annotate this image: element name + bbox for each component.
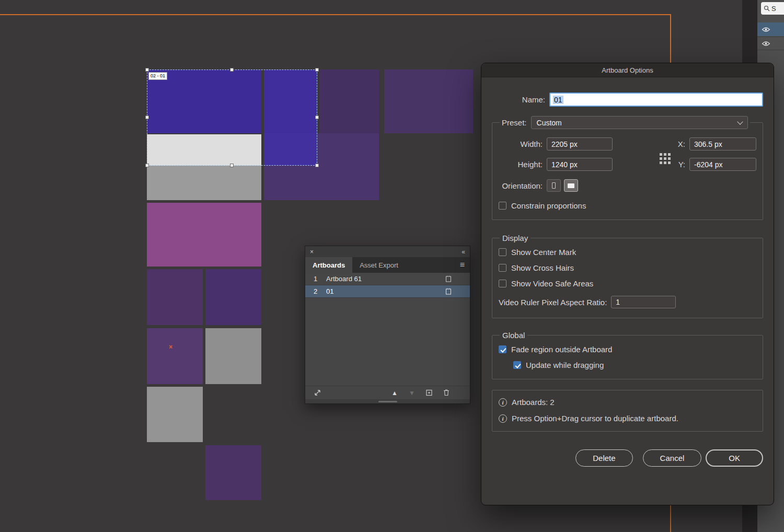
selection-handle[interactable]	[145, 68, 149, 72]
duplicate-hint-text: Press Option+Drag cursor to duplicate ar…	[512, 414, 678, 423]
dialog-title[interactable]: Artboard Options	[481, 63, 774, 77]
panel-menu-icon[interactable]: ≡	[460, 260, 470, 270]
artboards-panel: × « Artboards Asset Export ≡ 1 Artboard …	[305, 246, 470, 404]
new-artboard-icon[interactable]	[424, 389, 434, 397]
artboard-name[interactable]: 01	[326, 287, 445, 295]
selection-marquee[interactable]: 02 - 01	[147, 70, 317, 166]
height-label: Height:	[499, 160, 543, 169]
x-input[interactable]	[689, 137, 756, 151]
show-cross-hairs-checkbox[interactable]	[499, 264, 506, 272]
y-label: Y:	[672, 160, 685, 169]
artboard-index: 1	[305, 275, 326, 283]
reference-x-marker: ×	[169, 343, 172, 351]
artwork-tile[interactable]	[147, 328, 203, 384]
preset-value: Custom	[537, 119, 562, 127]
y-input[interactable]	[689, 158, 756, 171]
video-ruler-ratio-label: Video Ruler Pixel Aspect Ratio:	[499, 298, 607, 307]
artboard-row[interactable]: 2 01	[305, 285, 470, 298]
artboard-options-dialog: Artboard Options Name: 01 Preset: Custom	[481, 63, 774, 505]
artboard-name[interactable]: Artboard 61	[326, 275, 445, 283]
layer-row[interactable]	[757, 37, 784, 50]
search-input[interactable]: S	[761, 2, 784, 15]
orientation-landscape-button[interactable]	[564, 179, 578, 192]
artwork-tile[interactable]	[147, 387, 203, 442]
artboard-options-icon[interactable]	[445, 275, 452, 283]
info-icon	[499, 414, 507, 423]
preset-group: Preset: Custom Width: X: Height:	[492, 116, 763, 220]
reference-point-grid[interactable]	[660, 153, 671, 164]
visibility-eye-icon[interactable]	[762, 41, 770, 47]
panel-scrollbar[interactable]	[305, 399, 470, 403]
move-down-icon[interactable]: ▼	[407, 389, 417, 397]
tab-asset-export[interactable]: Asset Export	[352, 257, 406, 273]
ok-button[interactable]: OK	[706, 449, 763, 467]
delete-button[interactable]: Delete	[575, 449, 632, 467]
artboards-panel-footer: ▲ ▼	[305, 386, 470, 399]
selection-handle[interactable]	[315, 115, 319, 119]
selection-handle[interactable]	[315, 68, 319, 72]
delete-artboard-icon[interactable]	[442, 389, 451, 397]
show-video-safe-areas-checkbox[interactable]	[499, 280, 506, 287]
selection-handle[interactable]	[315, 164, 319, 167]
artboard-index: 2	[305, 287, 326, 295]
show-center-mark-label: Show Center Mark	[511, 248, 576, 257]
name-input-selected-text: 01	[553, 96, 563, 104]
update-while-dragging-label: Update while dragging	[526, 361, 604, 369]
name-label: Name:	[492, 95, 545, 104]
tab-artboards[interactable]: Artboards	[305, 257, 352, 273]
search-text: S	[771, 5, 776, 13]
portrait-icon	[552, 182, 556, 189]
layer-row[interactable]	[757, 22, 784, 36]
selection-handle[interactable]	[230, 68, 234, 72]
global-legend: Global	[500, 331, 527, 340]
landscape-icon	[568, 183, 574, 188]
selection-handle[interactable]	[145, 115, 149, 119]
info-icon	[499, 398, 507, 407]
global-group: Global Fade region outside Artboard Upda…	[492, 331, 763, 379]
display-group: Display Show Center Mark Show Cross Hair…	[492, 234, 763, 318]
update-while-dragging-checkbox[interactable]	[513, 361, 521, 369]
preset-label: Preset:	[502, 118, 527, 127]
artwork-tile[interactable]	[320, 70, 379, 133]
artwork-tile[interactable]	[205, 328, 261, 384]
artwork-tile[interactable]	[384, 70, 473, 133]
video-ruler-ratio-input[interactable]	[611, 296, 676, 308]
orientation-portrait-button[interactable]	[547, 179, 561, 192]
illustrator-app: × 02 - 01 × « Artboards Asset Export ≡ 1	[0, 0, 784, 532]
artwork-tile[interactable]	[147, 203, 261, 267]
artboard-row[interactable]: 1 Artboard 61	[305, 273, 470, 285]
artwork-tile[interactable]	[205, 269, 261, 325]
show-cross-hairs-label: Show Cross Hairs	[511, 263, 574, 272]
artwork-tile[interactable]	[147, 166, 261, 200]
visibility-eye-icon[interactable]	[762, 27, 770, 32]
selection-label: 02 - 01	[148, 72, 167, 80]
width-input[interactable]	[547, 137, 613, 151]
artwork-tile[interactable]	[147, 269, 203, 325]
artboard-count-text: Artboards: 2	[512, 398, 555, 407]
dialog-body: Name: 01 Preset: Custom Width:	[481, 92, 774, 467]
search-icon	[764, 5, 770, 11]
cancel-button[interactable]: Cancel	[643, 449, 702, 467]
chevron-down-icon	[737, 119, 743, 124]
show-center-mark-checkbox[interactable]	[499, 248, 506, 256]
name-input[interactable]: 01	[549, 92, 763, 107]
selection-handle[interactable]	[145, 164, 149, 167]
fade-region-label: Fade region outside Artboard	[511, 345, 612, 354]
rearrange-artboards-icon[interactable]	[313, 389, 322, 397]
width-label: Width:	[499, 140, 543, 148]
collapse-icon[interactable]: «	[462, 248, 465, 256]
artwork-tile[interactable]	[205, 445, 261, 500]
artboard-list: 1 Artboard 61 2 01	[305, 273, 470, 386]
height-input[interactable]	[547, 158, 613, 171]
preset-select[interactable]: Custom	[531, 116, 748, 129]
x-label: X:	[672, 140, 685, 148]
show-video-safe-areas-label: Show Video Safe Areas	[511, 279, 593, 288]
artboard-options-icon[interactable]	[445, 288, 452, 295]
selection-handle[interactable]	[230, 164, 234, 167]
constrain-proportions-label: Constrain proportions	[511, 201, 586, 210]
dialog-buttons: Delete Cancel OK	[492, 449, 763, 467]
move-up-icon[interactable]: ▲	[390, 389, 399, 397]
constrain-proportions-checkbox[interactable]	[499, 202, 506, 210]
fade-region-checkbox[interactable]	[499, 345, 506, 353]
close-icon[interactable]: ×	[310, 248, 314, 256]
